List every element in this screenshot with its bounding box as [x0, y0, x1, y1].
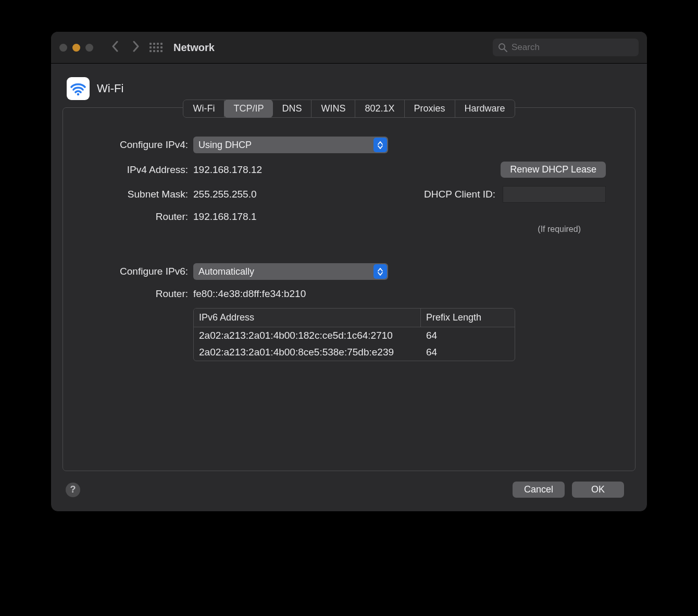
settings-panel: Wi-Fi TCP/IP DNS WINS 802.1X Proxies Har… [63, 107, 635, 471]
table-row: 2a02:a213:2a01:4b00:182c:ce5d:1c64:2710 … [194, 327, 515, 344]
ipv6-address-cell: 2a02:a213:2a01:4b00:8ce5:538e:75db:e239 [194, 344, 421, 361]
ipv4-address-value: 192.168.178.12 [193, 164, 262, 176]
dhcp-client-id-hint: (If required) [538, 225, 581, 234]
updown-arrows-icon [373, 264, 387, 279]
ipv4-address-label: IPv4 Address: [63, 164, 188, 176]
ipv6-table-header-prefix: Prefix Length [421, 309, 515, 327]
window-title: Network [173, 42, 215, 54]
ipv6-prefix-cell: 64 [421, 344, 515, 361]
search-input[interactable]: Search [493, 39, 639, 56]
configure-ipv4-label: Configure IPv4: [63, 139, 188, 151]
tab-8021x[interactable]: 802.1X [355, 100, 404, 117]
svg-line-1 [504, 49, 507, 52]
ipv6-router-value: fe80::4e38:d8ff:fe34:b210 [193, 288, 606, 300]
help-button[interactable]: ? [66, 483, 80, 497]
configure-ipv6-select[interactable]: Automatically [193, 263, 388, 280]
renew-dhcp-lease-button[interactable]: Renew DHCP Lease [501, 162, 606, 178]
table-row: 2a02:a213:2a01:4b00:8ce5:538e:75db:e239 … [194, 344, 515, 361]
subnet-mask-value: 255.255.255.0 [193, 189, 257, 200]
traffic-lights [59, 44, 93, 52]
configure-ipv4-value: Using DHCP [198, 140, 252, 151]
tab-wins[interactable]: WINS [311, 100, 355, 117]
dhcp-client-id-field[interactable] [503, 186, 606, 203]
back-button[interactable] [105, 32, 126, 63]
ipv4-router-value: 192.168.178.1 [193, 211, 257, 223]
ipv6-table-header-address: IPv6 Address [194, 309, 421, 327]
tab-hardware[interactable]: Hardware [455, 100, 515, 117]
ok-button[interactable]: OK [572, 482, 624, 498]
zoom-window-button[interactable] [85, 44, 93, 52]
cancel-button[interactable]: Cancel [513, 482, 565, 498]
configure-ipv6-label: Configure IPv6: [63, 266, 188, 277]
configure-ipv6-value: Automatically [198, 266, 254, 277]
tab-proxies[interactable]: Proxies [405, 100, 455, 117]
preferences-window: Network Search Wi-Fi [51, 31, 647, 512]
tab-wifi[interactable]: Wi-Fi [183, 100, 225, 117]
configure-ipv4-select[interactable]: Using DHCP [193, 137, 388, 153]
tab-tcpip[interactable]: TCP/IP [224, 100, 273, 118]
minimize-window-button[interactable] [72, 44, 80, 52]
svg-point-2 [77, 93, 80, 96]
tab-dns[interactable]: DNS [272, 100, 311, 117]
wifi-icon [67, 77, 90, 100]
ipv6-address-cell: 2a02:a213:2a01:4b00:182c:ce5d:1c64:2710 [194, 327, 421, 344]
ipv6-router-label: Router: [63, 288, 188, 300]
section-title: Wi-Fi [97, 82, 123, 95]
ipv4-router-label: Router: [63, 211, 188, 223]
show-all-button[interactable] [149, 40, 164, 55]
ipv6-prefix-cell: 64 [421, 327, 515, 344]
search-placeholder: Search [512, 42, 540, 53]
tab-bar: Wi-Fi TCP/IP DNS WINS 802.1X Proxies Har… [183, 100, 515, 118]
close-window-button[interactable] [59, 44, 67, 52]
subnet-mask-label: Subnet Mask: [63, 189, 188, 200]
forward-button[interactable] [126, 32, 146, 63]
dhcp-client-id-label: DHCP Client ID: [424, 189, 495, 200]
updown-arrows-icon [373, 138, 387, 152]
ipv6-address-table: IPv6 Address Prefix Length 2a02:a213:2a0… [193, 308, 515, 361]
titlebar: Network Search [51, 32, 647, 64]
search-icon [498, 43, 507, 52]
